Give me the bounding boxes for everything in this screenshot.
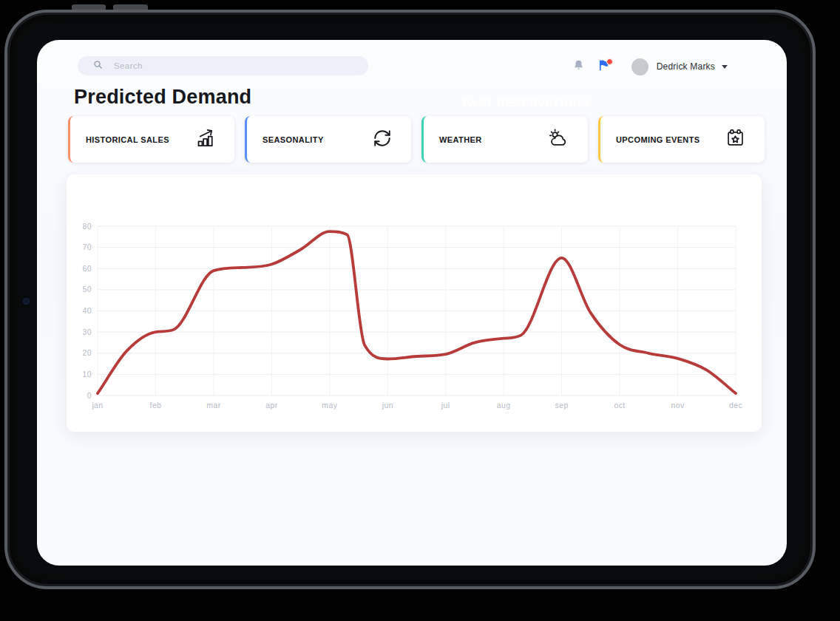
topbar-actions: Dedrick Marks [569, 56, 728, 77]
svg-text:40: 40 [83, 306, 92, 315]
calendar-star-icon [725, 128, 745, 151]
card-weather[interactable]: WEATHER [421, 116, 588, 163]
svg-text:jan: jan [91, 401, 103, 410]
bell-icon [572, 59, 585, 75]
svg-text:10: 10 [83, 370, 92, 379]
card-seasonality[interactable]: SEASONALITY [245, 116, 411, 163]
search-input[interactable] [112, 61, 337, 71]
card-label: UPCOMING EVENTS [616, 135, 700, 144]
svg-text:may: may [322, 401, 337, 410]
demand-line-chart: 01020304050607080janfebmaraprmayjunjulau… [67, 174, 762, 432]
svg-text:30: 30 [83, 328, 92, 336]
svg-text:nov: nov [671, 401, 684, 410]
search-icon [92, 59, 104, 73]
front-camera [23, 298, 30, 305]
svg-text:mar: mar [206, 401, 220, 410]
svg-text:jun: jun [382, 401, 393, 410]
svg-text:50: 50 [83, 285, 92, 293]
bar-chart-trend-icon [195, 128, 215, 151]
user-name: Dedrick Marks [657, 61, 715, 72]
notifications-button[interactable] [569, 57, 589, 76]
svg-text:apr: apr [265, 401, 277, 410]
svg-text:jul: jul [441, 401, 450, 410]
svg-text:80: 80 [83, 222, 92, 231]
card-historical-sales[interactable]: HISTORICAL SALES [68, 116, 234, 163]
svg-text:dec: dec [729, 401, 742, 410]
svg-text:0: 0 [87, 391, 92, 400]
demand-chart-panel: 01020304050607080janfebmaraprmayjunjulau… [67, 174, 762, 432]
stage: Dedrick Marks Predicted Demand PAST RESE… [0, 0, 840, 621]
app-screen: Dedrick Marks Predicted Demand PAST RESE… [37, 40, 787, 566]
overlay-title: PAST RESERVATIONS [462, 96, 590, 109]
chevron-down-icon[interactable] [722, 65, 728, 69]
svg-text:60: 60 [83, 264, 92, 273]
search-bar[interactable] [78, 56, 368, 75]
svg-text:70: 70 [83, 242, 92, 251]
svg-text:feb: feb [150, 401, 162, 410]
svg-text:sep: sep [555, 401, 569, 410]
factor-cards: HISTORICAL SALES SEASONALITY [68, 116, 765, 163]
page-title: Predicted Demand [74, 86, 251, 109]
card-upcoming-events[interactable]: UPCOMING EVENTS [598, 116, 765, 163]
svg-text:oct: oct [614, 401, 625, 410]
svg-text:20: 20 [83, 348, 92, 357]
card-label: SEASONALITY [262, 135, 324, 144]
notification-dot [606, 58, 613, 65]
card-label: WEATHER [439, 135, 482, 144]
flags-button[interactable] [595, 57, 614, 76]
refresh-icon [373, 129, 392, 151]
sun-cloud-icon [548, 128, 569, 152]
svg-text:aug: aug [497, 401, 511, 410]
card-label: HISTORICAL SALES [86, 135, 169, 144]
avatar[interactable] [631, 58, 648, 75]
